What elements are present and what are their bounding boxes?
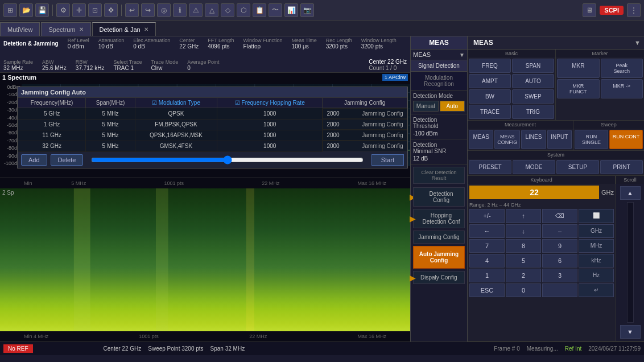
open-icon[interactable]: 📂 bbox=[19, 3, 33, 17]
enter-btn[interactable]: ↵ bbox=[579, 283, 614, 297]
zero-btn[interactable]: 0 bbox=[506, 283, 541, 297]
ghz-btn[interactable]: GHz bbox=[579, 224, 614, 238]
auto-jamming-btn[interactable]: Auto Jamming Config bbox=[413, 246, 465, 269]
info-icon[interactable]: ℹ bbox=[173, 3, 187, 17]
threshold-section: DetectionThreshold -100 dBm bbox=[411, 114, 467, 139]
meas-config-btn[interactable]: MEAS CONFIG bbox=[494, 130, 520, 149]
bw-btn[interactable]: BW bbox=[469, 89, 511, 104]
delete-button[interactable]: Delete bbox=[51, 154, 84, 166]
diamond-icon[interactable]: ◇ bbox=[221, 3, 234, 17]
chart-icon[interactable]: 📊 bbox=[284, 3, 298, 17]
redo-icon[interactable]: ↪ bbox=[141, 3, 155, 17]
mkr-btn[interactable]: MKR bbox=[557, 59, 600, 78]
triangle-icon[interactable]: △ bbox=[205, 3, 218, 17]
plus-minus-btn[interactable]: +/- bbox=[469, 209, 505, 223]
mkr-arrow-btn[interactable]: MKR -> bbox=[601, 79, 643, 98]
down-arrow-btn[interactable]: ↓ bbox=[506, 224, 541, 238]
peak-search-btn[interactable]: PeakSearch bbox=[601, 59, 643, 78]
mode-manual-btn[interactable]: Manual bbox=[413, 101, 439, 112]
print-btn[interactable]: PRINT bbox=[600, 160, 643, 174]
nine-btn[interactable]: 9 bbox=[542, 239, 577, 253]
camera-icon[interactable]: 📷 bbox=[300, 3, 314, 17]
input-btn[interactable]: INPUT bbox=[547, 130, 572, 149]
rbw-info: RBW 37.712 kHz bbox=[76, 59, 105, 71]
grid-icon[interactable]: ⊡ bbox=[88, 3, 102, 17]
input-value[interactable]: 22 bbox=[469, 186, 599, 199]
minus-btn[interactable]: – bbox=[542, 224, 577, 238]
eight-btn[interactable]: 8 bbox=[506, 239, 541, 253]
hopping-detection-btn[interactable]: Hopping Detection Conf bbox=[413, 209, 465, 228]
settings-icon[interactable]: ⚙ bbox=[56, 3, 70, 17]
threshold-label: DetectionThreshold bbox=[413, 117, 465, 129]
scroll-down-btn[interactable]: ▼ bbox=[620, 325, 641, 339]
hz-btn[interactable]: Hz bbox=[579, 269, 614, 282]
add-button[interactable]: Add bbox=[21, 154, 47, 166]
table-row: 11 GHz 5 MHz QPSK,16APSK,MSK 1000 2000Ja… bbox=[18, 130, 407, 141]
modulation-recognition-btn[interactable]: Modulation Recognition bbox=[411, 72, 467, 90]
one-btn[interactable]: 1 bbox=[469, 269, 505, 282]
clear-detection-btn[interactable]: Clear Detection Result bbox=[413, 167, 465, 184]
meas-sub[interactable]: MEAS ▼ bbox=[411, 50, 467, 60]
unit-placeholder-btn[interactable]: ⬜ bbox=[579, 209, 614, 223]
undo-icon[interactable]: ↩ bbox=[125, 3, 139, 17]
trig-btn[interactable]: TRIG bbox=[512, 105, 554, 119]
meas-header: MEAS bbox=[411, 36, 467, 50]
tab-spectrum[interactable]: Spectrum ✕ bbox=[41, 22, 90, 36]
svg-rect-19 bbox=[74, 188, 90, 331]
swep-btn[interactable]: SWEP bbox=[512, 89, 554, 104]
tab-multiview[interactable]: MutiView bbox=[0, 22, 40, 36]
preset-btn[interactable]: PRESET bbox=[469, 160, 511, 174]
display-config-container: ▶ Dispaly Config bbox=[411, 270, 467, 285]
run-cont-btn[interactable]: RUN CONT bbox=[609, 130, 643, 149]
mode-btn[interactable]: MODE bbox=[513, 160, 555, 174]
windows-icon[interactable]: ⊞ bbox=[3, 3, 17, 17]
two-btn[interactable]: 2 bbox=[506, 269, 541, 282]
clipboard-icon[interactable]: 📋 bbox=[253, 3, 266, 17]
six-btn[interactable]: 6 bbox=[542, 254, 577, 268]
crosshair-icon[interactable]: ✛ bbox=[72, 3, 86, 17]
trace-btn[interactable]: TRACE bbox=[469, 105, 511, 119]
run-single-btn[interactable]: RUN SINGLE bbox=[575, 130, 608, 149]
mhz-btn[interactable]: MHz bbox=[579, 239, 614, 253]
setup-btn[interactable]: SETUP bbox=[556, 160, 599, 174]
hexagon-icon[interactable]: ⬡ bbox=[237, 3, 250, 17]
right-top-arrow-icon[interactable]: ▼ bbox=[632, 38, 643, 47]
marker-label: Marker bbox=[556, 50, 644, 57]
display-config-btn[interactable]: Dispaly Config bbox=[413, 271, 465, 284]
five-btn[interactable]: 5 bbox=[506, 254, 541, 268]
ampt-btn[interactable]: AMPT bbox=[469, 74, 511, 88]
tab-detetion[interactable]: Detetion & Jan ✕ bbox=[92, 22, 156, 36]
start-button[interactable]: Start bbox=[371, 154, 404, 166]
esc-btn[interactable]: ESC bbox=[469, 283, 505, 297]
up-arrow-btn[interactable]: ↑ bbox=[506, 209, 541, 223]
scroll-up-btn[interactable]: ▲ bbox=[620, 186, 641, 200]
system-label: System bbox=[468, 151, 644, 159]
alert-icon[interactable]: ⚠ bbox=[189, 3, 203, 17]
scpi-button[interactable]: SCPI bbox=[600, 6, 624, 15]
wave-icon[interactable]: 〜 bbox=[269, 3, 282, 17]
backspace-btn[interactable]: ⌫ bbox=[542, 209, 577, 223]
tab-detetion-close[interactable]: ✕ bbox=[144, 26, 148, 32]
auto-btn[interactable]: AUTO bbox=[512, 74, 554, 88]
extra-icon[interactable]: ⋮ bbox=[627, 3, 641, 17]
col-modulation: ☑ Modulation Type bbox=[135, 98, 217, 108]
lines-btn[interactable]: LINES bbox=[521, 130, 546, 149]
slider[interactable] bbox=[91, 155, 363, 164]
move-icon[interactable]: ✥ bbox=[104, 3, 118, 17]
monitor-icon[interactable]: 🖥 bbox=[583, 3, 596, 17]
detection-config-btn[interactable]: Detection Config bbox=[413, 187, 465, 207]
jamming-config-menu-btn[interactable]: Jamming Config bbox=[413, 231, 465, 244]
target-icon[interactable]: ◎ bbox=[157, 3, 171, 17]
mkr-funct-btn[interactable]: MKRFUNCT bbox=[557, 79, 600, 98]
freq-btn[interactable]: FREQ bbox=[469, 59, 511, 73]
seven-btn[interactable]: 7 bbox=[469, 239, 505, 253]
khz-btn[interactable]: kHz bbox=[579, 254, 614, 268]
four-btn[interactable]: 4 bbox=[469, 254, 505, 268]
three-btn[interactable]: 3 bbox=[542, 269, 577, 282]
mode-auto-btn[interactable]: Auto bbox=[440, 101, 465, 112]
meas-btn[interactable]: MEAS bbox=[469, 130, 493, 149]
span-btn[interactable]: SPAN bbox=[512, 59, 554, 73]
left-arrow-btn[interactable]: ← bbox=[469, 224, 505, 238]
tab-spectrum-close[interactable]: ✕ bbox=[79, 26, 84, 32]
save-icon[interactable]: 💾 bbox=[35, 3, 49, 17]
